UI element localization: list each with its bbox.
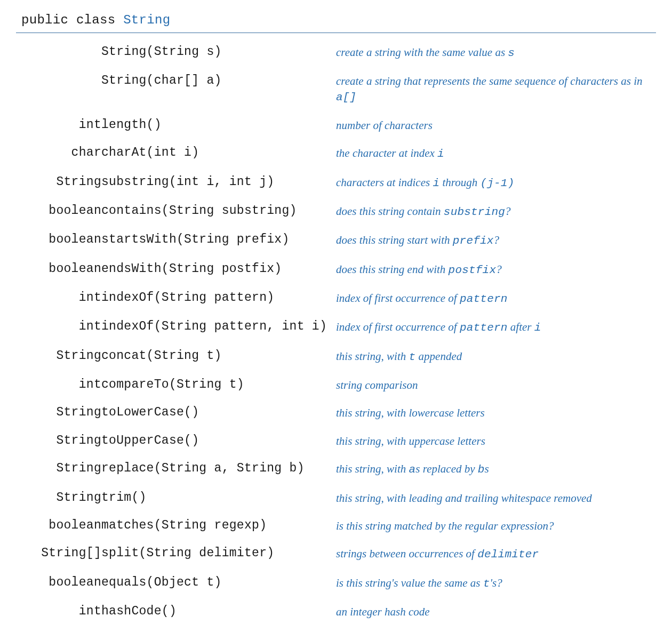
class-header: public class String [16, 11, 656, 33]
api-row: charcharAt(int i)the character at index … [16, 139, 656, 168]
code-span: pattern [460, 293, 508, 305]
api-row: intcompareTo(String t)string comparison [16, 371, 656, 399]
api-row: StringtoUpperCase()this string, with upp… [16, 427, 656, 455]
class-prefix: public class [21, 13, 123, 27]
code-span: delimiter [477, 548, 539, 561]
code-span: t [409, 351, 416, 363]
return-type: String [16, 342, 101, 371]
method-description: does this string end with postfix? [336, 255, 656, 284]
api-row: booleanequals(Object t)is this string's … [16, 569, 656, 598]
method-signature: matches(String regexp) [101, 512, 336, 540]
code-span: b [478, 463, 485, 476]
method-description: the character at index i [336, 139, 656, 168]
method-description: create a string with the same value as s [336, 38, 656, 67]
method-description: an integer hash code [336, 598, 656, 624]
method-signature: startsWith(String prefix) [101, 226, 336, 255]
method-signature: length() [101, 111, 336, 139]
api-row: booleanstartsWith(String prefix)does thi… [16, 226, 656, 255]
api-row: booleanendsWith(String postfix)does this… [16, 255, 656, 284]
code-span: substring [444, 206, 505, 218]
return-type: int [16, 111, 101, 139]
api-row: Stringtrim()this string, with leading an… [16, 484, 656, 512]
method-description: index of first occurrence of pattern aft… [336, 313, 656, 342]
method-signature: toUpperCase() [101, 427, 336, 455]
method-signature: String(String s) [101, 38, 336, 67]
method-description: this string, with leading and trailing w… [336, 484, 656, 512]
api-row: StringtoLowerCase()this string, with low… [16, 399, 656, 427]
api-row: intlength()number of characters [16, 111, 656, 139]
api-tbody: String(String s)create a string with the… [16, 38, 656, 624]
return-type: int [16, 371, 101, 399]
code-span: t [483, 578, 490, 590]
api-row: booleanmatches(String regexp)is this str… [16, 512, 656, 540]
api-row: String[]split(String delimiter)strings b… [16, 540, 656, 569]
method-description: this string, with lowercase letters [336, 399, 656, 427]
method-description: this string, with uppercase letters [336, 427, 656, 455]
method-signature: split(String delimiter) [101, 540, 336, 569]
api-row: Stringsubstring(int i, int j)characters … [16, 169, 656, 197]
class-name: String [123, 13, 170, 27]
return-type [16, 38, 101, 67]
code-span: a [409, 463, 416, 476]
api-row: inthashCode()an integer hash code [16, 598, 656, 624]
method-signature: compareTo(String t) [101, 371, 336, 399]
return-type: boolean [16, 226, 101, 255]
return-type: int [16, 284, 101, 313]
code-span: i [437, 148, 444, 160]
method-description: is this string's value the same as t's? [336, 569, 656, 598]
method-description: string comparison [336, 371, 656, 399]
code-span: i [534, 322, 541, 334]
return-type: boolean [16, 569, 101, 598]
code-span: prefix [453, 235, 494, 247]
method-signature: String(char[] a) [101, 67, 336, 111]
return-type: int [16, 313, 101, 342]
method-description: strings between occurrences of delimiter [336, 540, 656, 569]
method-description: does this string contain substring? [336, 197, 656, 226]
method-description: create a string that represents the same… [336, 67, 656, 111]
return-type: String [16, 484, 101, 512]
api-table: String(String s)create a string with the… [16, 38, 656, 624]
method-signature: indexOf(String pattern) [101, 284, 336, 313]
method-signature: substring(int i, int j) [101, 169, 336, 197]
method-signature: hashCode() [101, 598, 336, 624]
code-span: (j-1) [480, 177, 514, 189]
method-signature: replace(String a, String b) [101, 455, 336, 484]
method-description: index of first occurrence of pattern [336, 284, 656, 313]
return-type: char [16, 139, 101, 168]
code-span: a[] [336, 91, 356, 103]
api-row: intindexOf(String pattern)index of first… [16, 284, 656, 313]
api-row: intindexOf(String pattern, int i)index o… [16, 313, 656, 342]
method-description: this string, with as replaced by bs [336, 455, 656, 484]
return-type: int [16, 598, 101, 624]
code-span: i [433, 177, 439, 189]
return-type: String [16, 169, 101, 197]
method-signature: endsWith(String postfix) [101, 255, 336, 284]
method-signature: concat(String t) [101, 342, 336, 371]
method-signature: trim() [101, 484, 336, 512]
code-span: pattern [460, 322, 508, 334]
method-signature: indexOf(String pattern, int i) [101, 313, 336, 342]
return-type: String [16, 427, 101, 455]
api-row: String(String s)create a string with the… [16, 38, 656, 67]
return-type: String[] [16, 540, 101, 569]
return-type: boolean [16, 197, 101, 226]
return-type: boolean [16, 512, 101, 540]
return-type: String [16, 399, 101, 427]
return-type: String [16, 455, 101, 484]
api-row: Stringconcat(String t)this string, with … [16, 342, 656, 371]
code-span: postfix [449, 264, 497, 276]
api-row: Stringreplace(String a, String b)this st… [16, 455, 656, 484]
method-signature: charAt(int i) [101, 139, 336, 168]
method-description: this string, with t appended [336, 342, 656, 371]
api-row: booleancontains(String substring)does th… [16, 197, 656, 226]
method-signature: toLowerCase() [101, 399, 336, 427]
method-description: is this string matched by the regular ex… [336, 512, 656, 540]
method-description: characters at indices i through (j-1) [336, 169, 656, 197]
return-type [16, 67, 101, 111]
method-signature: equals(Object t) [101, 569, 336, 598]
code-span: s [508, 47, 515, 59]
api-row: String(char[] a)create a string that rep… [16, 67, 656, 111]
method-description: does this string start with prefix? [336, 226, 656, 255]
method-description: number of characters [336, 111, 656, 139]
return-type: boolean [16, 255, 101, 284]
